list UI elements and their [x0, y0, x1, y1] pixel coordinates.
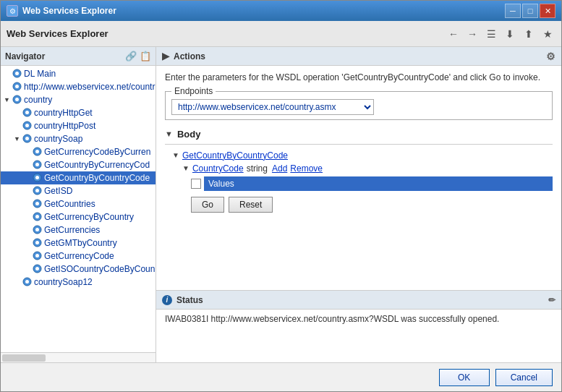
- tree-node-label: GetCurrencyCodeByCurren: [44, 147, 150, 157]
- maximize-button[interactable]: □: [522, 4, 538, 18]
- back-button[interactable]: ←: [446, 26, 461, 42]
- bottom-bar: OK Cancel: [1, 362, 561, 391]
- toolbar-title: Web Services Explorer: [7, 28, 446, 39]
- left-panel: Navigator 🔗 📋 DL Mainhttp://www.webservi…: [1, 47, 156, 362]
- add-link[interactable]: Add: [272, 163, 287, 174]
- tree-item[interactable]: GetCurrencyByCountry: [1, 210, 156, 223]
- tree-node-label: GetCurrencies: [44, 225, 100, 235]
- tree-item[interactable]: countryHttpGet: [1, 106, 156, 119]
- svg-point-3: [15, 85, 19, 88]
- tree-node-label: GetCountries: [44, 199, 95, 209]
- tree-node-icon: [33, 186, 42, 197]
- operation-row: ▼ GetCountryByCountryCode: [172, 150, 553, 161]
- tree-node-label: countrySoap12: [34, 277, 93, 287]
- tree-node-icon: [33, 225, 42, 236]
- ok-button[interactable]: OK: [439, 369, 490, 386]
- window-title: Web Services Explorer: [22, 6, 505, 16]
- tree-item[interactable]: GetCountryByCountryCode: [1, 171, 156, 184]
- endpoints-legend: Endpoints: [171, 86, 216, 96]
- body-collapse-arrow[interactable]: ▼: [165, 129, 173, 138]
- status-info-icon: i: [162, 295, 172, 305]
- navigator-header: Navigator 🔗 📋: [1, 47, 156, 66]
- tree-node-icon: [33, 251, 42, 262]
- go-button[interactable]: Go: [191, 197, 224, 213]
- close-button[interactable]: ✕: [540, 4, 555, 18]
- page-icon[interactable]: 📋: [140, 51, 151, 61]
- param-name-link[interactable]: CountryCode: [192, 163, 244, 174]
- tree-node-label: GetCurrencyCode: [44, 251, 114, 261]
- download-button[interactable]: ⬇: [502, 26, 518, 42]
- tree-item[interactable]: GetCountries: [1, 197, 156, 210]
- minimize-button[interactable]: ─: [505, 4, 521, 18]
- upload-button[interactable]: ⬆: [521, 26, 537, 42]
- tree-item[interactable]: countrySoap12: [1, 276, 156, 289]
- status-title: Status: [176, 295, 203, 305]
- status-edit-icon[interactable]: ✏: [548, 295, 555, 305]
- operation-link[interactable]: GetCountryByCountryCode: [182, 150, 288, 161]
- tree-node-icon: [33, 238, 42, 249]
- tree-node-icon: [12, 82, 22, 93]
- tree-item[interactable]: GetCurrencies: [1, 223, 156, 237]
- actions-description: Enter the parameters for the WSDL operat…: [165, 72, 553, 84]
- remove-link[interactable]: Remove: [290, 163, 323, 174]
- main-window: ⚙ Web Services Explorer ─ □ ✕ Web Servic…: [0, 0, 562, 392]
- tree-node-icon: [33, 160, 42, 171]
- param-row: ▼ CountryCode string Add Remove: [182, 163, 553, 174]
- body-section: ▼ Body ▼ GetCountryByCountryCode ▼ Co: [165, 129, 553, 213]
- navigator-header-icons: 🔗 📋: [125, 51, 151, 61]
- cancel-button[interactable]: Cancel: [495, 369, 553, 386]
- values-cell: Values: [204, 176, 553, 191]
- tree-node-icon: [33, 199, 42, 210]
- tree-item[interactable]: GetCurrencyCodeByCurren: [1, 145, 156, 158]
- link-icon[interactable]: 🔗: [125, 51, 137, 61]
- svg-point-5: [15, 98, 19, 101]
- go-reset-row: Go Reset: [191, 197, 553, 213]
- tree-item[interactable]: GetISD: [1, 184, 156, 197]
- endpoints-group: Endpoints http://www.webservicex.net/cou…: [165, 91, 553, 120]
- tree-node-label: countryHttpGet: [34, 108, 93, 118]
- tree-item[interactable]: http://www.webservicex.net/countr: [1, 80, 156, 93]
- svg-point-31: [35, 267, 39, 270]
- svg-point-19: [35, 189, 39, 192]
- svg-point-11: [25, 137, 29, 140]
- actions-gear-icon[interactable]: ⚙: [546, 51, 555, 62]
- tree-node-icon: [22, 277, 32, 288]
- tree-item[interactable]: GetCountryByCurrencyCod: [1, 158, 156, 171]
- tree-item[interactable]: GetCurrencyCode: [1, 250, 156, 263]
- svg-point-25: [35, 228, 39, 231]
- tree-item[interactable]: countryHttpPost: [1, 119, 156, 132]
- tree-node-icon: [33, 173, 42, 184]
- star-button[interactable]: ★: [540, 26, 555, 42]
- endpoints-select[interactable]: http://www.webservicex.net/country.asmx: [171, 99, 374, 115]
- horizontal-scrollbar[interactable]: [1, 352, 156, 362]
- svg-point-13: [35, 150, 39, 153]
- svg-point-17: [35, 176, 39, 179]
- tree-node-label: GetCountryByCurrencyCod: [44, 160, 150, 170]
- status-header: i Status ✏: [156, 291, 561, 310]
- actions-title: Actions: [174, 51, 205, 61]
- op-collapse-arrow[interactable]: ▼: [172, 151, 179, 159]
- tree-item[interactable]: GetGMTbyCountry: [1, 237, 156, 250]
- tree-item[interactable]: GetISOCountryCodeByCoun: [1, 263, 156, 276]
- values-checkbox[interactable]: [191, 179, 201, 189]
- tree-node-label: GetCurrencyByCountry: [44, 212, 134, 222]
- endpoints-select-wrap: http://www.webservicex.net/country.asmx: [171, 99, 546, 115]
- tree-node-icon: [33, 147, 42, 158]
- status-body: IWAB0381I http://www.webservicex.net/cou…: [156, 310, 561, 362]
- tree-node-label: http://www.webservicex.net/countr: [24, 82, 155, 92]
- values-row: Values: [191, 176, 553, 191]
- forward-button[interactable]: →: [464, 26, 480, 42]
- actions-body: Enter the parameters for the WSDL operat…: [156, 66, 561, 290]
- scroll-thumb: [2, 354, 46, 362]
- svg-point-33: [25, 280, 29, 284]
- list-button[interactable]: ☰: [483, 26, 499, 42]
- window-icon: ⚙: [7, 5, 18, 17]
- param-collapse-arrow[interactable]: ▼: [182, 164, 190, 172]
- tree-item[interactable]: ▼country: [1, 93, 156, 106]
- tree-item[interactable]: DL Main: [1, 67, 156, 80]
- svg-point-9: [25, 124, 29, 127]
- tree-item[interactable]: ▼countrySoap: [1, 132, 156, 145]
- svg-point-7: [25, 111, 29, 114]
- reset-button[interactable]: Reset: [229, 197, 273, 213]
- tree-container[interactable]: DL Mainhttp://www.webservicex.net/countr…: [1, 66, 156, 352]
